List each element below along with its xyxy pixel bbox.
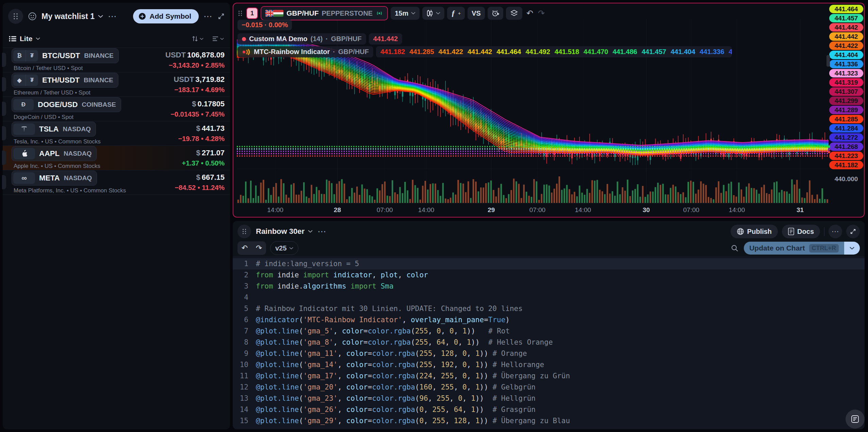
search-icon[interactable] xyxy=(731,244,738,252)
watchlist-title: My watchlist 1 xyxy=(42,12,95,21)
watchlist-row[interactable]: ∞METANASDAQMeta Platforms, Inc. • US • C… xyxy=(3,170,230,195)
time-axis[interactable]: 14:002807:0014:002907:0014:003007:0014:0… xyxy=(237,203,829,217)
drag-handle-icon[interactable] xyxy=(8,9,23,24)
chart-style-dropdown[interactable] xyxy=(422,7,444,20)
watchlist-header: My watchlist 1 ⋯ Add Symbol ⋯ xyxy=(3,3,230,30)
view-mode-label: Lite xyxy=(20,35,32,43)
code-line[interactable]: 12@plot.line('gma_20', color=color.rgba(… xyxy=(233,382,865,393)
code-line[interactable]: 11@plot.line('gma_17', color=color.rgba(… xyxy=(233,370,865,382)
notes-float-button[interactable] xyxy=(846,410,865,429)
watchlist-more-icon[interactable]: ⋯ xyxy=(108,11,117,22)
symbol-search-button[interactable]: GBP/HUF PEPPERSTONE xyxy=(261,6,388,20)
editor-drag-handle-icon[interactable] xyxy=(238,225,251,238)
time-tick-label: 07:00 xyxy=(683,206,700,214)
chevron-down-icon xyxy=(36,37,40,40)
editor-redo-icon[interactable]: ↷ xyxy=(252,241,266,255)
row-exchange: COINBASE xyxy=(82,101,116,108)
code-line[interactable]: 13@plot.line('gma_23', color=color.rgba(… xyxy=(233,393,865,404)
script-more-icon[interactable]: ⋯ xyxy=(317,226,327,237)
price-scale-handle[interactable] xyxy=(826,55,830,67)
code-line[interactable]: 10@plot.line('gma_14', color=color.rgba(… xyxy=(233,359,865,370)
price-scale[interactable]: 441.464441.457441.442441.442441.422441.4… xyxy=(829,5,863,203)
code-line[interactable]: 2from indie import indicator, plot, colo… xyxy=(233,270,865,281)
code-line[interactable]: 1# indie:lang_version = 5 xyxy=(233,258,865,270)
update-on-chart-button[interactable]: Update on Chart CTRL+R xyxy=(744,242,860,255)
rainbow-value: 441.285 xyxy=(409,48,434,56)
usdt-icon: ₮ xyxy=(26,50,38,62)
rainbow-value: 441.422 xyxy=(439,48,463,56)
rainbow-value: 441.492 xyxy=(525,48,550,56)
row-description: DogeCoin / USD • Spot xyxy=(12,114,121,121)
watchlist-row[interactable]: ĐDOGE/USDCOINBASEDogeCoin / USD • Spot$0… xyxy=(3,97,230,121)
ma-legend[interactable]: Custom MA Demo (14) · GBP/HUF xyxy=(238,33,366,45)
editor-undo-icon[interactable]: ↶ xyxy=(238,241,252,255)
version-dropdown[interactable]: v25 xyxy=(270,241,298,255)
add-symbol-button[interactable]: Add Symbol xyxy=(133,9,199,23)
panel-more-icon[interactable]: ⋯ xyxy=(203,11,213,22)
docs-button[interactable]: Docs xyxy=(782,225,820,238)
row-drag-tab[interactable] xyxy=(2,102,6,116)
row-price: $441.73 xyxy=(178,124,225,133)
price-label: 441.272 xyxy=(829,133,863,142)
watchlist-row[interactable]: TSLANASDAQTesla, Inc. • US • Common Stoc… xyxy=(3,121,230,146)
row-drag-tab[interactable] xyxy=(2,175,6,189)
line-number: 3 xyxy=(233,281,256,292)
watchlist-title-dropdown[interactable]: My watchlist 1 xyxy=(42,12,103,21)
ma-value: 441.442 xyxy=(369,33,402,45)
script-title-dropdown[interactable]: Rainbow 30er xyxy=(256,227,313,236)
row-drag-tab[interactable] xyxy=(2,126,6,140)
view-mode-dropdown[interactable]: Lite xyxy=(9,35,40,43)
code-line[interactable]: 4 xyxy=(233,292,865,303)
interval-dropdown[interactable]: 15m xyxy=(391,7,420,20)
code-line[interactable]: 8@plot.line('gma_8', color=color.rgba(25… xyxy=(233,337,865,348)
price-label: 441.323 xyxy=(829,69,863,77)
rainbow-values: 441.182441.285441.422441.442441.464441.4… xyxy=(376,46,732,57)
watchlist-row[interactable]: AAPLNASDAQApple Inc. • US • Common Stock… xyxy=(3,146,230,170)
price-label: 441.223 xyxy=(829,152,863,160)
indicators-button[interactable]: ƒ+ xyxy=(447,7,465,20)
code-line[interactable]: 3from indie.algorithms import Sma xyxy=(233,281,865,292)
update-options-chevron[interactable] xyxy=(844,242,860,255)
list-view-icon xyxy=(9,36,16,42)
sort-button[interactable] xyxy=(192,36,203,42)
redo-icon[interactable]: ↷ xyxy=(538,8,545,18)
expand-icon[interactable] xyxy=(218,13,225,20)
row-symbol: BTC/USDT xyxy=(42,51,80,60)
editor-more-icon[interactable]: ⋯ xyxy=(829,225,842,238)
code-line[interactable]: 5# Rainbow Indicator mit 30 Linien. UPDA… xyxy=(233,303,865,314)
row-change: −3,143.20 • 2.85% xyxy=(165,62,225,69)
publish-button[interactable]: Publish xyxy=(731,225,778,238)
row-price: $271.07 xyxy=(182,149,225,157)
row-drag-tab[interactable] xyxy=(2,53,6,67)
layouts-button[interactable] xyxy=(506,7,522,20)
columns-button[interactable] xyxy=(212,36,224,41)
code-line[interactable]: 14@plot.line('gma_26', color=color.rgba(… xyxy=(233,404,865,415)
editor-subheader: ↶ ↷ v25 Update on Chart CTRL+R xyxy=(233,240,865,256)
price-label: 441.182 xyxy=(829,161,863,169)
row-price: USDT3,719.82 xyxy=(174,75,225,84)
code-line[interactable]: 7@plot.line('gma_5', color=color.rgba(25… xyxy=(233,326,865,337)
code-editor[interactable]: 1# indie:lang_version = 52from indie imp… xyxy=(233,256,865,429)
compare-button[interactable]: VS xyxy=(468,7,485,20)
chart-number-badge[interactable]: 1 xyxy=(246,7,258,19)
undo-icon[interactable]: ↶ xyxy=(526,8,533,18)
code-line[interactable]: 15@plot.line('gma_29', color=color.rgba(… xyxy=(233,415,865,427)
alert-add-button[interactable] xyxy=(488,7,503,20)
watchlist-row[interactable]: ₿₮BTC/USDTBINANCEBitcoin / Tether USD • … xyxy=(3,48,230,72)
editor-expand-icon[interactable] xyxy=(846,225,860,238)
line-number: 8 xyxy=(233,337,256,348)
rainbow-legend[interactable]: MTC-Rainbow Indicator · GBP/HUF xyxy=(238,46,373,57)
row-symbol: DOGE/USD xyxy=(38,100,78,109)
script-editor-panel: Rainbow 30er ⋯ Publish Docs ⋯ ↶ ↷ v25 xyxy=(233,221,865,429)
watchlist-row[interactable]: ◆₮ETH/USDTBINANCEEthereum / Tether USD •… xyxy=(3,72,230,97)
price-label: 441.336 xyxy=(829,60,863,68)
code-line[interactable]: 9@plot.line('gma_11', color=color.rgba(2… xyxy=(233,348,865,359)
chart-drag-handle-icon[interactable] xyxy=(237,10,244,16)
row-drag-tab[interactable] xyxy=(2,77,6,91)
symbol-pill: ◆₮ETH/USDTBINANCE xyxy=(12,73,118,88)
row-drag-tab[interactable] xyxy=(2,151,6,165)
row-change: −0.01435 • 7.45% xyxy=(170,110,225,118)
row-symbol: META xyxy=(39,174,60,183)
code-line[interactable]: 6@indicator('MTC-Rainbow Indicator', ove… xyxy=(233,314,865,326)
time-tick-label: 14:00 xyxy=(575,206,591,214)
